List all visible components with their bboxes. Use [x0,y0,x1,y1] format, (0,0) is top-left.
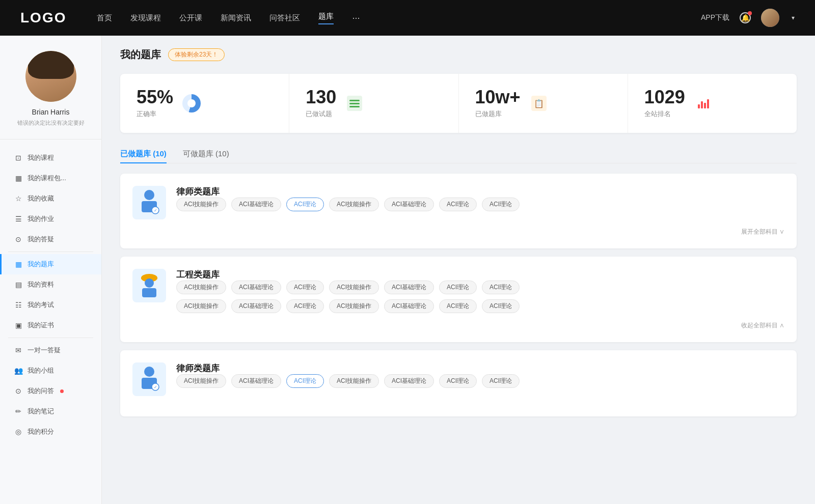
sidebar: Brian Harris 错误的决定比没有决定要好 ⊡ 我的课程 ▦ 我的课程包… [0,36,102,504]
accuracy-value: 55% [137,88,173,106]
sidebar-item-my-qa[interactable]: ⊙ 我的问答 [0,381,101,401]
qbank-tag[interactable]: ACI技能操作 [176,281,226,294]
sidebar-item-my-qbank[interactable]: ▦ 我的题库 [0,254,101,274]
sidebar-item-my-points[interactable]: ◎ 我的积分 [0,422,101,442]
sidebar-item-my-homework[interactable]: ☰ 我的作业 [0,209,101,229]
svg-point-0 [144,190,154,200]
qbank-tag[interactable]: ACI技能操作 [176,198,226,211]
qbank-tag[interactable]: ACI技能操作 [329,198,379,211]
nav-menu: 首页 发现课程 公开课 新闻资讯 问答社区 题库 ··· [97,12,701,24]
lawyer-svg: ✓ [138,189,160,216]
qbank-tag[interactable]: ACI基础理论 [384,198,434,211]
sidebar-item-my-courses[interactable]: ⊡ 我的课程 [0,148,101,168]
nav-news[interactable]: 新闻资讯 [221,13,251,23]
qbank-tag[interactable]: ACI基础理论 [384,281,434,294]
qbank-tag[interactable]: ACI基础理论 [231,374,281,388]
logo[interactable]: LOGO [20,10,66,26]
qbank-lawyer-1-title: 律师类题库 [176,186,784,198]
profile-avatar [25,51,76,102]
qbank-tag-selected[interactable]: ACI理论 [286,198,324,211]
qbank-tag-selected[interactable]: ACI理论 [286,374,324,388]
sidebar-item-my-notes[interactable]: ✏ 我的笔记 [0,401,101,422]
nav-qa[interactable]: 问答社区 [269,13,300,23]
sidebar-item-my-group[interactable]: 👥 我的小组 [0,360,101,381]
profile-motto: 错误的决定比没有决定要好 [10,119,91,127]
notes-icon: ✏ [14,407,22,415]
nav-discover[interactable]: 发现课程 [130,13,161,23]
done-questions-icon [344,93,365,114]
sidebar-item-my-favorites[interactable]: ☆ 我的收藏 [0,188,101,209]
certs-icon: ▣ [14,321,22,329]
homework-label: 我的作业 [28,214,54,223]
group-icon: 👥 [14,367,22,375]
qbank-tag[interactable]: ACI理论 [482,281,520,294]
avatar-image-large [25,51,76,102]
qbank-tag[interactable]: ACI理论 [286,299,324,313]
qbank-tag[interactable]: ACI技能操作 [329,374,379,388]
qbank-tag[interactable]: ACI理论 [439,198,477,211]
qbank-tag[interactable]: ACI理论 [439,299,477,313]
tab-done-qbanks[interactable]: 已做题库 (10) [120,145,167,163]
qbank-tag[interactable]: ACI基础理论 [231,299,281,313]
done-qbanks-icon: 📋 [529,93,549,114]
qbank-tag[interactable]: ACI理论 [482,374,520,388]
nav-mooc[interactable]: 公开课 [179,13,202,23]
certs-label: 我的证书 [28,321,54,330]
qbank-tag[interactable]: ACI技能操作 [329,281,379,294]
qbank-engineer-title: 工程类题库 [176,269,784,281]
sidebar-item-my-questions[interactable]: ⊙ 我的答疑 [0,229,101,249]
qbank-tag[interactable]: ACI技能操作 [329,299,379,313]
sidebar-item-my-certs[interactable]: ▣ 我的证书 [0,315,101,335]
tab-available-qbanks[interactable]: 可做题库 (10) [183,145,229,163]
nav-home[interactable]: 首页 [97,13,112,23]
done-qbanks-label: 已做题库 [475,109,521,119]
materials-label: 我的资料 [28,280,54,289]
qbank-tag[interactable]: ACI技能操作 [176,299,226,313]
qbank-tag[interactable]: ACI基础理论 [384,374,434,388]
nav-qbank[interactable]: 题库 [318,12,334,24]
sidebar-item-my-exams[interactable]: ☷ 我的考试 [0,295,101,315]
favorites-label: 我的收藏 [28,194,54,203]
avatar[interactable] [761,9,779,27]
accuracy-icon [181,93,202,114]
points-icon: ◎ [14,428,22,436]
qbank-tag[interactable]: ACI理论 [482,299,520,313]
qbank-engineer-tags-row1: ACI技能操作 ACI基础理论 ACI理论 ACI技能操作 ACI基础理论 AC… [176,281,784,294]
qbank-tag[interactable]: ACI基础理论 [384,299,434,313]
qbank-tag[interactable]: ACI理论 [482,198,520,211]
sidebar-profile: Brian Harris 错误的决定比没有决定要好 [0,51,101,139]
sidebar-item-my-materials[interactable]: ▤ 我的资料 [0,274,101,295]
qbank-tag[interactable]: ACI理论 [286,281,324,294]
qbank-card-lawyer-2: ✓ 律师类题库 ACI技能操作 ACI基础理论 ACI理论 ACI技能操作 AC… [120,350,797,416]
qa-icon: ⊙ [14,387,22,395]
qbank-lawyer-1-tags: ACI技能操作 ACI基础理论 ACI理论 ACI技能操作 ACI基础理论 AC… [176,198,784,211]
sidebar-item-one-to-one[interactable]: ✉ 一对一答疑 [0,340,101,360]
exams-icon: ☷ [14,301,22,309]
qbank-tag[interactable]: ACI理论 [439,281,477,294]
profile-name: Brian Harris [10,108,91,116]
questions-label: 我的答疑 [28,235,54,244]
qbank-tag[interactable]: ACI基础理论 [231,198,281,211]
trial-badge: 体验剩余23天！ [168,48,225,61]
book-icon: 📋 [531,96,547,111]
qbank-tag[interactable]: ACI理论 [439,374,477,388]
app-download-button[interactable]: APP下载 [701,13,729,22]
expand-lawyer-1-link[interactable]: 展开全部科目 ∨ [741,228,784,236]
notes-label: 我的笔记 [28,407,54,416]
qbank-tag[interactable]: ACI技能操作 [176,374,226,388]
stat-accuracy: 55% 正确率 [120,74,289,133]
nav-more[interactable]: ··· [352,13,360,23]
done-questions-value: 130 [306,88,336,106]
collapse-engineer-link[interactable]: 收起全部科目 ∧ [741,321,784,330]
points-label: 我的积分 [28,427,54,436]
stats-row: 55% 正确率 130 已做试题 [120,74,797,133]
exams-label: 我的考试 [28,300,54,310]
sidebar-item-my-course-packages[interactable]: ▦ 我的课程包... [0,168,101,188]
stat-done-qbanks: 10w+ 已做题库 📋 [459,74,628,133]
qa-notification-dot [60,389,64,393]
notification-bell[interactable]: 🔔 [740,12,751,23]
accuracy-label: 正确率 [137,109,173,119]
qbank-tag[interactable]: ACI基础理论 [231,281,281,294]
avatar-dropdown-arrow[interactable]: ▾ [792,14,795,21]
svg-point-6 [145,278,154,288]
